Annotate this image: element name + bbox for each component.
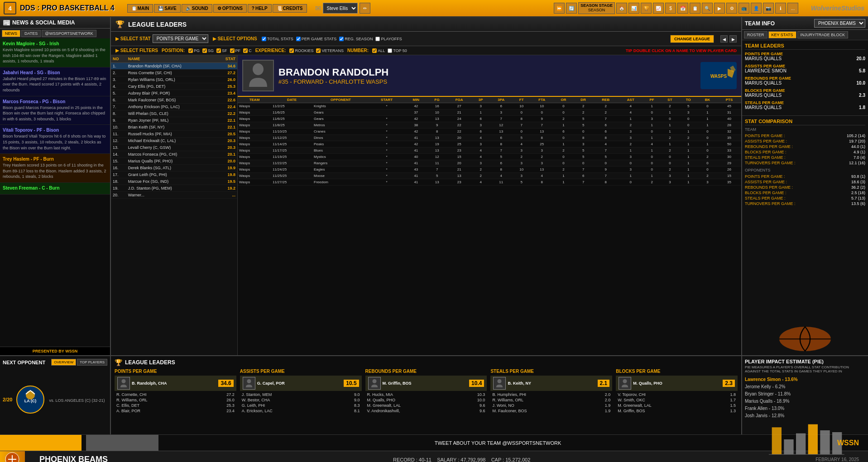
tweet-orange-bar <box>0 435 82 451</box>
user-select[interactable]: Steve Ellis <box>323 3 358 14</box>
player-list-row[interactable]: 3.Rylan Williams (SG, ORL)26.0 <box>111 76 237 83</box>
pos-sg-check[interactable]: SG <box>202 48 214 53</box>
list-icon[interactable]: 📋 <box>690 3 700 14</box>
playoffs-check[interactable]: PLAYOFFS <box>375 37 402 41</box>
search-icon[interactable]: 🔍 <box>702 3 713 14</box>
game-log-table: TEAMDATEOPPONENTSTARTMINFGFGA3P3PAFTFTAO… <box>238 97 741 186</box>
num-top50-check[interactable]: TOP 50 <box>388 48 407 53</box>
pos-sf-check[interactable]: SF <box>216 48 227 53</box>
arrow-right-icon[interactable]: ▶ <box>729 35 737 43</box>
col-no: NO <box>111 55 126 63</box>
change-league-button[interactable]: CHANGE LEAGUE <box>670 35 714 43</box>
presented-by: PRESENTED BY WSSN <box>0 347 110 355</box>
total-stats-check[interactable]: TOTAL STATS <box>262 37 293 41</box>
edit-icon[interactable]: ✏ <box>360 3 370 14</box>
trophy-icon[interactable]: 🏆 <box>641 3 652 14</box>
ll-title: LEAGUE LEADERS <box>128 21 187 28</box>
filter-label: ▶ SELECT FILTERS <box>115 48 158 53</box>
basketball-decoration <box>742 323 868 355</box>
pos-c-check[interactable]: C <box>243 48 252 53</box>
nav-main[interactable]: 📋 MAIN <box>127 4 153 13</box>
news-title: NEWS & SOCIAL MEDIA <box>12 19 75 26</box>
settings-icon[interactable]: ⚙ <box>726 3 737 14</box>
tab-key-stats[interactable]: KEY STATS <box>768 31 796 38</box>
exp-rookies-check[interactable]: ROOKIES <box>289 48 313 53</box>
news-tab-dates[interactable]: DATES <box>21 30 41 37</box>
news-scroll[interactable]: Kevin Magloire - SG - Irish Kevin Magloi… <box>0 38 110 347</box>
stat-select[interactable]: POINTS PER GAME <box>153 34 208 43</box>
number-filters: ALL TOP 50 <box>372 48 407 53</box>
app-logo: 4 <box>4 2 16 14</box>
game-log-row: Wasps11/2/25Knights*42162736101002241250… <box>238 103 741 110</box>
team-select[interactable]: PHOENIX BEAMS <box>814 19 865 28</box>
stat-comparison: STAT COMPARISON TEAM POINTS PER GAME :10… <box>742 115 868 210</box>
team-stat-row: STEALS PER GAME :7.0 (4) <box>745 155 865 160</box>
player-list-row[interactable]: 18.Marcue Fox (SG, IND)19.5 <box>111 178 237 185</box>
experience-label: EXPERIENCE: <box>255 48 286 53</box>
sc-title: STAT COMPARISON <box>745 119 865 125</box>
no-tab-overview[interactable]: OVERVIEW <box>51 359 76 366</box>
player-list-row[interactable]: 15.Marius Qualls (PF, PHO)20.0 <box>111 158 237 165</box>
dollar-icon[interactable]: $ <box>665 3 676 14</box>
player-list-row[interactable]: 13.Levall Cherry (C, GSW)20.3 <box>111 144 237 151</box>
player-list-row[interactable]: 17.Grant Leith (PG, PHI)19.8 <box>111 171 237 178</box>
nav-help[interactable]: ? HELP <box>248 4 272 13</box>
home-icon[interactable]: 🏠 <box>616 3 627 14</box>
exp-veterans-check[interactable]: VETERANS <box>316 48 344 53</box>
pos-pg-check[interactable]: PG <box>188 48 200 53</box>
nav-options[interactable]: ⚙ OPTIONS <box>213 4 247 13</box>
num-all-check[interactable]: ALL <box>372 48 385 53</box>
next-opponent-logo: LA (C) <box>16 385 45 414</box>
info-icon[interactable]: ℹ <box>775 3 786 14</box>
nav-credits[interactable]: 📜 CREDITS <box>273 4 307 13</box>
player-desc: #35 - FORWARD - CHARLOTTE WASPS <box>278 78 388 85</box>
player-list-row[interactable]: 8.Will Phelan (SG, CLE)22.2 <box>111 110 237 117</box>
game-log-row: Wasps11/14/25Peaks*421925384251342411150 <box>238 141 741 148</box>
player-list-row[interactable]: 11.Russell Hucks (PF, MIA)20.5 <box>111 131 237 138</box>
arrow-left-icon[interactable]: ◀ <box>720 35 728 43</box>
player-list-row[interactable]: 9.Ryan Joyner (PF, MIL)22.1 <box>111 117 237 124</box>
skip-icon[interactable]: ⏩ <box>554 3 565 14</box>
nav-save[interactable]: 💾 SAVE <box>154 4 181 13</box>
stats-icon[interactable]: 📈 <box>653 3 664 14</box>
player-list-row[interactable]: 5.Aubrey Blair (PF, POR)23.4 <box>111 90 237 97</box>
tab-roster[interactable]: ROSTER <box>744 31 767 38</box>
game-log-row: Wasps11/8/25Metros*38922312771562110128 <box>238 122 741 129</box>
pie-title: PLAYER IMPACT ESTIMATE (PIE) <box>745 359 865 364</box>
calendar-icon[interactable]: 📅 <box>677 3 688 14</box>
person-icon[interactable]: 👤 <box>751 3 762 14</box>
player-list-row[interactable]: 4.Cary Ellis (PG, DET)25.3 <box>111 83 237 90</box>
player-name-info: BRANDON RANDOLPH #35 - FORWARD - CHARLOT… <box>278 67 388 85</box>
player-name: BRANDON RANDOLPH <box>278 67 388 78</box>
chart-icon[interactable]: 📊 <box>628 3 639 14</box>
tab-injury[interactable]: INJURY/TRADE BLOCK <box>797 31 848 38</box>
bll-section: POINTS PER GAME B. Randolph, CHA 34.6 R.… <box>115 369 236 428</box>
news-tab-social[interactable]: @WSSPORTSNETWORK <box>42 30 96 37</box>
player-list-row[interactable]: 1.Brandon Randolph (SF, CHA)34.6 <box>111 63 237 70</box>
more-icons[interactable]: ... <box>787 3 798 14</box>
per-game-stats-check[interactable]: PER GAME STATS <box>296 37 337 41</box>
player-list-row[interactable]: 16.Derek Blanks (SG, ATL)19.9 <box>111 165 237 171</box>
nav-sound[interactable]: 🔊 SOUND <box>182 4 212 13</box>
player-list-row[interactable]: 14.Marcos Fonseca (PG, CHI)20.1 <box>111 151 237 158</box>
news-tab-news[interactable]: NEWS <box>2 30 20 37</box>
player-list-row[interactable]: 7.Anthony Erickson (PG, LAC)22.4 <box>111 104 237 110</box>
refresh-icon[interactable]: 🔄 <box>566 3 577 14</box>
news-tabs: NEWS DATES @WSSPORTSNETWORK <box>0 29 110 38</box>
player-list-row[interactable]: 19.J.D. Stanton (PG, MEM)19.2 <box>111 185 237 192</box>
sc-opp-sub: OPPONENTS <box>745 168 865 172</box>
ll-header: 🏆 LEAGUE LEADERS <box>111 17 741 32</box>
pos-pf-check[interactable]: PF <box>230 48 241 53</box>
player-list-row[interactable]: 6.Mark Faulconer (SF, BOS)22.6 <box>111 97 237 104</box>
play-icon[interactable]: ▶ <box>714 3 725 14</box>
team-leaders: TEAM LEADERS POINTS PER GAME MARIUS QUAL… <box>742 40 868 115</box>
camera-icon[interactable]: 📷 <box>763 3 774 14</box>
reg-season-check[interactable]: REG. SEASON <box>339 37 373 41</box>
player-list-row[interactable]: 10.Brian Keith (SF, NY)22.1 <box>111 124 237 131</box>
no-tab-top-players[interactable]: TOP PLAYERS <box>77 359 107 366</box>
player-list-row[interactable]: 20.Warner...... <box>111 192 237 199</box>
player-list-row[interactable]: 12.Michael Erickwalt (C, LAL)20.3 <box>111 138 237 144</box>
tv-icon[interactable]: 📺 <box>739 3 749 14</box>
team-stat-row: BLOCKS PER GAME :4.9 (1) <box>745 150 865 154</box>
player-list-row[interactable]: 2.Ross Cornette (SF, CHI)27.2 <box>111 70 237 76</box>
